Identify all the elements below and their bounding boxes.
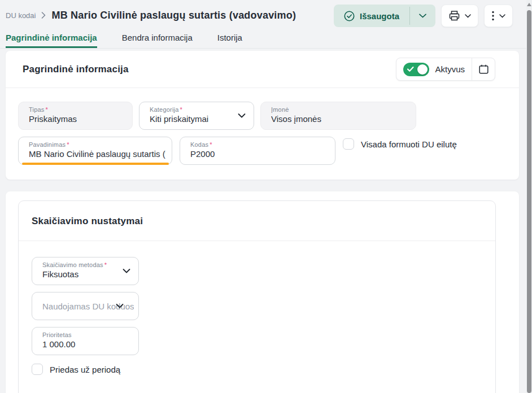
priedas-uz-perioda-checkbox[interactable] bbox=[32, 364, 43, 375]
divider bbox=[19, 241, 495, 241]
prioritetas-label: Prioritetas bbox=[42, 331, 130, 338]
check-icon bbox=[407, 66, 414, 72]
visada-formuoti-label: Visada formuoti DU eilutę bbox=[361, 139, 457, 149]
prioritetas-field: Prioritetas bbox=[32, 327, 139, 355]
kategorija-value: Kiti priskaitymai bbox=[150, 114, 246, 124]
active-toggle-group: Aktyvus bbox=[396, 58, 495, 81]
tipas-value: Priskaitymas bbox=[29, 114, 124, 124]
tipas-field: Tipas* Priskaitymas bbox=[18, 102, 133, 130]
calc-card-title: Skaičiavimo nustatymai bbox=[32, 216, 143, 227]
modified-field-underline bbox=[22, 163, 169, 165]
priedas-uz-perioda-label: Priedas už periodą bbox=[50, 365, 120, 374]
active-toggle[interactable] bbox=[403, 63, 429, 76]
kategorija-label: Kategorija* bbox=[150, 106, 246, 113]
printer-icon bbox=[448, 10, 460, 21]
required-asterisk: * bbox=[210, 141, 212, 148]
kodas-field: Kodas* bbox=[180, 137, 335, 165]
more-actions-dropdown-button[interactable] bbox=[484, 5, 513, 27]
kodas-input[interactable] bbox=[190, 149, 327, 159]
skaiciavimo-metodas-label: Skaičiavimo metodas* bbox=[42, 261, 130, 268]
chevron-down-icon bbox=[499, 14, 505, 18]
breadcrumb-root-link[interactable]: DU kodai bbox=[6, 11, 36, 20]
imone-value: Visos įmonės bbox=[271, 114, 408, 124]
calc-settings-card: Skaičiavimo nustatymai Skaičiavimo metod… bbox=[6, 191, 519, 393]
skaiciavimo-metodas-select[interactable]: Skaičiavimo metodas* Fiksuotas bbox=[32, 257, 139, 285]
save-status-button-group: Išsaugota bbox=[334, 5, 435, 27]
header-actions: Išsaugota bbox=[334, 5, 513, 27]
kategorija-select[interactable]: Kategorija* Kiti priskaitymai bbox=[139, 102, 254, 130]
visada-formuoti-checkbox-row[interactable]: Visada formuoti DU eilutę bbox=[343, 138, 457, 150]
active-toggle-label: Aktyvus bbox=[435, 64, 465, 74]
calendar-icon bbox=[478, 64, 489, 75]
chevron-down-icon bbox=[123, 269, 130, 274]
scrollbar bbox=[526, 0, 532, 393]
breadcrumb: DU kodai MB Nario Civilinė paslaugų suta… bbox=[6, 8, 296, 23]
validity-calendar-button[interactable] bbox=[472, 58, 495, 80]
required-asterisk: * bbox=[180, 106, 182, 113]
print-dropdown-button[interactable] bbox=[441, 5, 478, 27]
skaiciavimo-metodas-value: Fiksuotas bbox=[42, 269, 130, 279]
tab-bar: Pagrindinė informacija Bendra informacij… bbox=[0, 29, 526, 49]
visada-formuoti-checkbox[interactable] bbox=[343, 138, 354, 150]
scrollbar-thumb[interactable] bbox=[527, 10, 531, 393]
chevron-down-icon bbox=[238, 113, 246, 119]
pavadinimas-field: Pavadinimas* bbox=[18, 137, 172, 165]
imone-field: Įmonė Visos įmonės bbox=[260, 102, 416, 130]
page-title: MB Nario Civilinė paslaugų sutartis (vad… bbox=[51, 10, 296, 21]
scroll-up-arrow-icon[interactable] bbox=[527, 3, 531, 6]
divider bbox=[6, 88, 519, 88]
main-info-card: Pagrindinė informacija Aktyvus Tipas* Pr… bbox=[6, 51, 519, 180]
imone-label: Įmonė bbox=[271, 106, 408, 113]
save-options-dropdown-button[interactable] bbox=[410, 5, 435, 27]
toggle-knob bbox=[417, 64, 428, 75]
prioritetas-input[interactable] bbox=[42, 339, 130, 349]
tipas-label: Tipas* bbox=[29, 106, 124, 113]
tab-istorija[interactable]: Istorija bbox=[217, 29, 242, 48]
chevron-down-icon bbox=[419, 14, 426, 18]
tab-pagrindine-informacija[interactable]: Pagrindinė informacija bbox=[6, 29, 97, 48]
breadcrumb-chevron-right-icon bbox=[41, 12, 46, 19]
naudojamas-du-koduose-select[interactable] bbox=[32, 292, 139, 320]
pavadinimas-input[interactable] bbox=[29, 149, 165, 159]
required-asterisk: * bbox=[46, 106, 48, 113]
du-code-edit-page: DU kodai MB Nario Civilinė paslaugų suta… bbox=[0, 0, 532, 393]
kodas-label: Kodas* bbox=[190, 141, 327, 148]
check-circle-icon bbox=[344, 11, 355, 21]
chevron-down-icon bbox=[116, 304, 124, 309]
main-card-title: Pagrindinė informacija bbox=[23, 64, 129, 75]
tab-bendra-informacija[interactable]: Bendra informacija bbox=[122, 29, 193, 48]
calc-settings-panel: Skaičiavimo nustatymai Skaičiavimo metod… bbox=[18, 200, 496, 393]
required-asterisk: * bbox=[67, 141, 69, 148]
priedas-uz-perioda-checkbox-row[interactable]: Priedas už periodą bbox=[32, 364, 120, 375]
chevron-down-icon bbox=[465, 14, 471, 18]
required-asterisk: * bbox=[104, 261, 107, 268]
kebab-menu-icon bbox=[491, 10, 495, 21]
pavadinimas-label: Pavadinimas* bbox=[29, 141, 164, 148]
saved-status-label: Išsaugota bbox=[360, 11, 399, 21]
saved-status-button[interactable]: Išsaugota bbox=[334, 5, 409, 27]
